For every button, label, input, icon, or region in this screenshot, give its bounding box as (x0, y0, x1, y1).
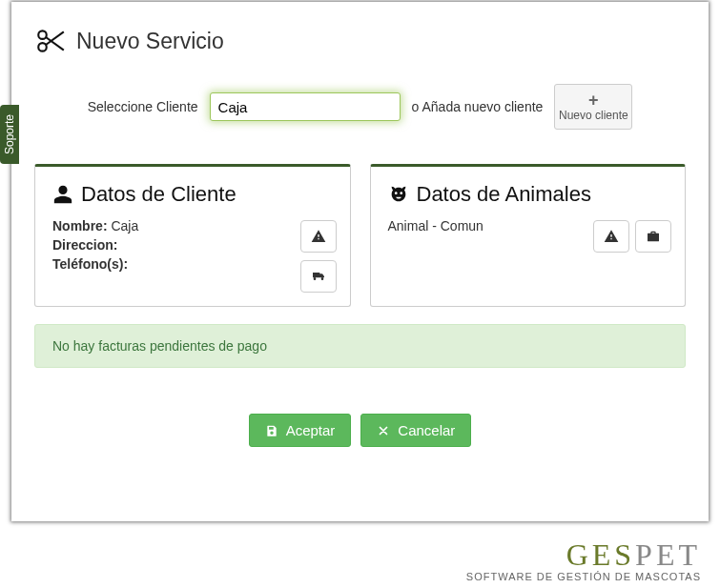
new-client-button[interactable]: + Nuevo cliente (554, 84, 632, 130)
new-client-label: Nuevo cliente (559, 109, 628, 122)
client-address-line: Direccion: (52, 237, 333, 253)
client-truck-button[interactable] (300, 260, 337, 293)
animal-icon (388, 184, 409, 205)
or-add-label: o Añada nuevo cliente (412, 99, 544, 114)
scissors-icon (34, 25, 67, 57)
cancel-button[interactable]: Cancelar (360, 414, 471, 447)
invoice-alert: No hay facturas pendientes de pago (34, 324, 686, 368)
client-phone-line: Teléfono(s): (52, 256, 333, 272)
animal-panel-title: Datos de Animales (388, 182, 669, 207)
page-title: Nuevo Servicio (76, 29, 224, 54)
client-data-panel: Datos de Cliente Nombre: Caja Direccion:… (34, 164, 351, 307)
header: Nuevo Servicio (34, 25, 686, 57)
warning-icon (311, 229, 326, 244)
client-input[interactable] (210, 92, 401, 121)
warning-icon (604, 229, 619, 244)
action-row: Aceptar Cancelar (34, 414, 686, 447)
save-icon (265, 424, 278, 437)
client-warning-button[interactable] (300, 220, 337, 253)
plus-icon: + (588, 91, 599, 109)
footer-logo: GESPET SOFTWARE DE GESTIÓN DE MASCOTAS (466, 539, 701, 582)
close-icon (377, 424, 390, 437)
client-panel-title: Datos de Cliente (52, 182, 333, 207)
client-select-row: Seleccione Cliente o Añada nuevo cliente… (34, 84, 686, 130)
truck-icon (311, 269, 326, 284)
user-icon (52, 184, 73, 205)
animal-warning-button[interactable] (593, 220, 629, 253)
main-window: Nuevo Servicio Seleccione Cliente o Añad… (11, 2, 709, 521)
select-client-label: Seleccione Cliente (88, 99, 198, 114)
client-name-line: Nombre: Caja (52, 218, 333, 233)
animal-data-panel: Datos de Animales Animal - Comun (370, 164, 687, 307)
animal-briefcase-button[interactable] (635, 220, 671, 253)
briefcase-icon (646, 229, 661, 244)
accept-button[interactable]: Aceptar (249, 414, 352, 447)
support-tab[interactable]: Soporte (0, 105, 19, 164)
